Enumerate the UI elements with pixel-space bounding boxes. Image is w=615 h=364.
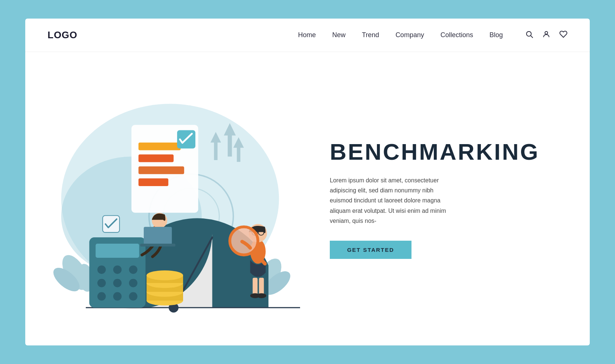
nav-trend[interactable]: Trend [362,31,379,39]
svg-point-25 [113,279,122,287]
nav-links: Home New Trend Company Collections Blog [298,31,503,39]
svg-point-23 [129,266,137,274]
search-icon[interactable] [525,30,533,40]
svg-rect-39 [139,155,174,162]
svg-point-27 [97,292,106,301]
svg-point-22 [113,266,122,274]
nav-company[interactable]: Company [396,31,424,39]
navbar: LOGO Home New Trend Company Collections … [25,19,590,52]
svg-rect-40 [139,166,184,174]
svg-point-29 [129,292,137,301]
nav-blog[interactable]: Blog [489,31,503,39]
svg-rect-20 [95,244,139,258]
svg-rect-53 [253,278,257,295]
svg-point-2 [545,31,547,34]
svg-rect-46 [144,227,172,244]
get-started-button[interactable]: GET STARTED [330,241,411,259]
nav-collections[interactable]: Collections [440,31,473,39]
heart-icon[interactable] [559,30,567,40]
logo: LOGO [48,29,78,41]
svg-point-21 [97,266,106,274]
svg-rect-38 [139,143,181,150]
illustration-area [25,52,315,345]
svg-point-28 [113,292,122,301]
nav-home[interactable]: Home [298,31,316,39]
svg-rect-47 [140,244,176,247]
svg-line-1 [531,36,533,38]
svg-point-56 [257,293,266,298]
svg-rect-41 [139,178,168,186]
svg-rect-54 [259,278,264,295]
svg-point-24 [97,279,106,287]
svg-point-36 [147,270,183,280]
main-content: BENCHMARKING Lorem ipsum dolor sit amet,… [25,52,590,345]
hero-description: Lorem ipsum dolor sit amet, consectetuer… [330,175,456,226]
user-icon[interactable] [542,30,550,40]
page-wrapper: LOGO Home New Trend Company Collections … [25,19,590,345]
text-area: BENCHMARKING Lorem ipsum dolor sit amet,… [315,52,590,345]
hero-title: BENCHMARKING [330,139,560,165]
nav-icons [525,30,567,40]
nav-new[interactable]: New [332,31,346,39]
svg-point-26 [129,279,137,287]
